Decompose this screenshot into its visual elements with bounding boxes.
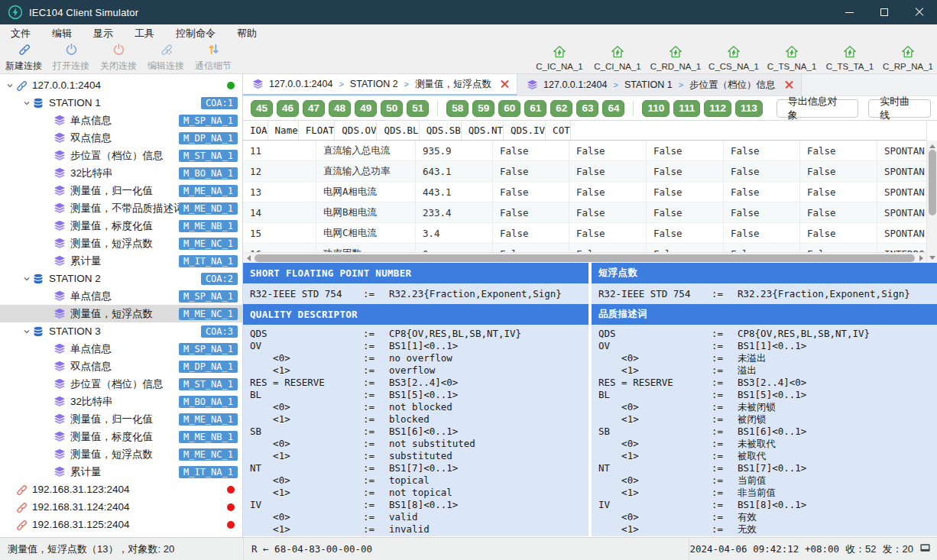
station-command-button[interactable]: C_CS_NA_1 [705, 42, 763, 73]
ioa-button[interactable]: 111 [673, 100, 700, 117]
station-command-button[interactable]: C_IC_NA_1 [530, 42, 588, 73]
ioa-button[interactable]: 47 [303, 100, 325, 117]
ioa-button[interactable]: 110 [642, 100, 670, 117]
ioa-button[interactable]: 60 [498, 100, 520, 117]
tree-item[interactable]: 192.168.31.124:2404 [0, 498, 242, 516]
tree-item[interactable]: 测量值，短浮点数 M_ME_NC_1 [0, 305, 242, 322]
minimize-button[interactable] [832, 0, 867, 24]
tree-item[interactable]: 单点信息 M_SP_NA_1 [0, 287, 242, 305]
tab-station1-step[interactable]: 127.0.0.1:2404 > STATION 1 > 步位置（档位）信息 [517, 74, 802, 95]
column-header[interactable]: QDS.NT [462, 121, 504, 140]
tree-item[interactable]: 127.0.0.1:2404 [0, 76, 242, 94]
column-header[interactable]: QDS.BL [377, 121, 419, 140]
horizontal-scrollbar[interactable] [243, 252, 926, 263]
station-command-button[interactable]: C_CI_NA_1 [588, 42, 647, 73]
tree-item[interactable]: STATION 2 COA:2 [0, 270, 242, 287]
table-row[interactable]: 15 电网C相电流 3.4 False False False False Fa… [243, 223, 926, 244]
table-row[interactable]: 13 电网A相电流 443.1 False False False False … [243, 182, 926, 202]
ioa-button[interactable]: 48 [329, 100, 351, 117]
ioa-button[interactable]: 51 [407, 100, 429, 117]
tree-item[interactable]: 单点信息 M_SP_NA_1 [0, 112, 242, 129]
column-header[interactable]: QDS.SB [420, 121, 462, 140]
station-command-button[interactable]: C_RP_NA_1 [879, 42, 937, 73]
tree-item[interactable]: 32比特串 M_BO_NA_1 [0, 393, 242, 410]
ioa-button[interactable]: 45 [251, 100, 273, 117]
ioa-button[interactable] [437, 101, 438, 116]
tree-item[interactable]: 测量值，短浮点数 M_ME_NC_1 [0, 445, 242, 463]
tree-item[interactable]: 单点信息 M_SP_NA_1 [0, 340, 242, 358]
tab-close-icon[interactable] [785, 81, 793, 89]
tree-item[interactable]: 步位置（档位）信息 M_ST_NA_1 [0, 375, 242, 393]
tree-item[interactable]: 双点信息 M_DP_NA_1 [0, 129, 242, 147]
vertical-scrollbar[interactable] [926, 121, 937, 263]
chevron-down-icon[interactable] [21, 275, 32, 283]
open-connection-button[interactable]: 打开连接 [47, 42, 95, 73]
tree-item[interactable]: 累计量 M_IT_NA_1 [0, 463, 242, 481]
ioa-button[interactable]: 50 [381, 100, 403, 117]
menu-help[interactable]: 帮助 [226, 24, 267, 42]
ioa-button[interactable]: 112 [704, 100, 731, 117]
edit-connection-button[interactable]: 编辑连接 [142, 42, 190, 73]
scroll-up-icon[interactable] [928, 141, 937, 150]
column-header[interactable]: COT [546, 121, 571, 140]
monitor-icon[interactable] [919, 542, 931, 556]
chevron-down-icon[interactable] [5, 82, 15, 89]
chevron-down-icon[interactable] [21, 99, 32, 107]
station-command-button[interactable]: C_RD_NA_1 [647, 42, 705, 73]
ioa-button[interactable]: 62 [550, 100, 572, 117]
tree-item[interactable]: 测量值，短浮点数 M_ME_NC_1 [0, 235, 242, 252]
table-row[interactable]: 14 电网B相电流 233.4 False False False False … [243, 202, 926, 223]
ioa-button[interactable]: 64 [602, 100, 624, 117]
ioa-button[interactable]: 49 [355, 100, 377, 117]
column-header[interactable]: QDS.IV [504, 121, 546, 140]
column-header[interactable]: Name [268, 121, 299, 140]
table-row[interactable]: 11 直流输入总电流 935.9 False False False False… [243, 141, 926, 161]
communication-detail-button[interactable]: 通信细节 [190, 42, 237, 73]
ioa-button[interactable]: 61 [524, 100, 546, 117]
chevron-down-icon[interactable] [21, 328, 32, 335]
ioa-button[interactable]: 63 [576, 100, 598, 117]
scrollbar-thumb[interactable] [255, 254, 915, 262]
scrollbar-thumb[interactable] [929, 150, 936, 215]
tree-item[interactable]: STATION 1 COA:1 [0, 94, 242, 112]
tab-station2-float[interactable]: 127.0.0.1:2404 > STATION 2 > 测量值，短浮点数 [243, 74, 517, 95]
table-row[interactable]: 16 功率因数 0 False False False False False … [243, 244, 926, 252]
tree-item[interactable]: 测量值，不带品质描述词的归一 M_ME_ND_1 [0, 199, 242, 217]
new-connection-button[interactable]: 新建连接 [0, 42, 47, 73]
maximize-button[interactable] [867, 0, 902, 24]
tree-item[interactable]: 192.168.31.125:2404 [0, 516, 242, 533]
menu-edit[interactable]: 编辑 [41, 24, 83, 42]
menu-file[interactable]: 文件 [0, 24, 41, 42]
station-command-button[interactable]: C_TS_NA_1 [763, 42, 821, 73]
station-command-button[interactable]: C_TS_TA_1 [821, 42, 879, 73]
tree-item[interactable]: STATION 3 COA:3 [0, 322, 242, 340]
close-button[interactable] [902, 0, 937, 24]
tab-close-icon[interactable] [501, 80, 509, 89]
export-objects-button[interactable]: 导出信息对象 [777, 99, 859, 118]
ioa-button[interactable] [633, 101, 634, 116]
menu-tools[interactable]: 工具 [124, 24, 165, 42]
tree-item[interactable]: 192.168.31.123:2404 [0, 481, 242, 498]
column-header[interactable]: FLOAT [299, 121, 336, 140]
tree-item[interactable]: 测量值，标度化值 M_ME_NB_1 [0, 217, 242, 235]
table-row[interactable]: 12 直流输入总功率 643.1 False False False False… [243, 161, 926, 182]
tree-item[interactable]: 步位置（档位）信息 M_ST_NA_1 [0, 147, 242, 164]
ioa-button[interactable]: 59 [472, 100, 494, 117]
scroll-right-icon[interactable] [917, 254, 926, 263]
menu-view[interactable]: 显示 [83, 24, 124, 42]
close-connection-button[interactable]: 关闭连接 [95, 42, 142, 73]
ioa-button[interactable]: 113 [735, 100, 763, 117]
tree-item[interactable]: 测量值，标度化值 M_ME_NB_1 [0, 428, 242, 445]
ioa-button[interactable]: 58 [446, 100, 468, 117]
menu-control-commands[interactable]: 控制命令 [165, 24, 226, 42]
scroll-left-icon[interactable] [243, 254, 252, 263]
column-header[interactable]: QDS.OV [335, 121, 377, 140]
tree-item[interactable]: 32比特串 M_BO_NA_1 [0, 164, 242, 182]
realtime-curve-button[interactable]: 实时曲线 [868, 99, 931, 118]
tree-item[interactable]: 测量值，归一化值 M_ME_NA_1 [0, 410, 242, 428]
tree-item[interactable]: 累计量 M_IT_NA_1 [0, 252, 242, 270]
tree-item[interactable]: 双点信息 M_DP_NA_1 [0, 358, 242, 375]
scroll-down-icon[interactable] [928, 254, 937, 263]
tree-item[interactable]: 测量值，归一化值 M_ME_NA_1 [0, 182, 242, 199]
column-header[interactable]: IOA [243, 121, 268, 140]
